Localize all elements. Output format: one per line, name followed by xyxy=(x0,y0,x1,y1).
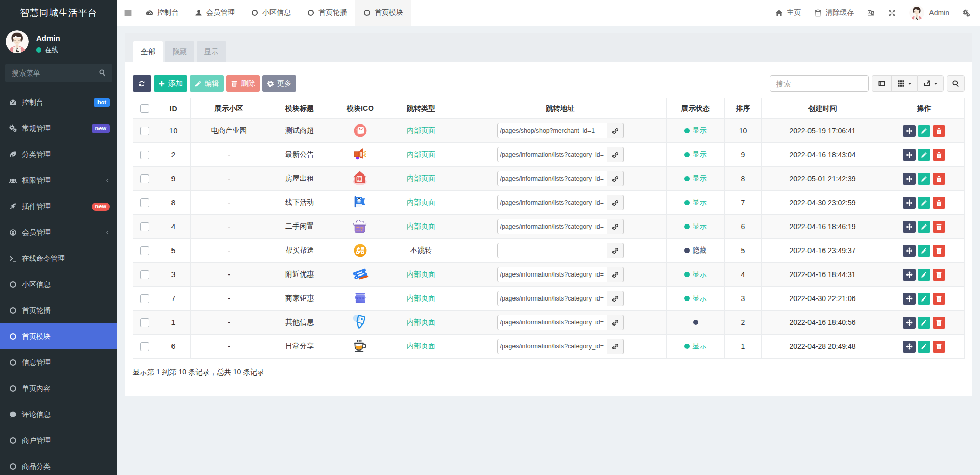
row-delete-button[interactable] xyxy=(933,341,945,353)
home-link[interactable]: 主页 xyxy=(769,0,807,26)
columns-button[interactable] xyxy=(891,75,917,92)
row-checkbox[interactable] xyxy=(140,342,149,351)
sidebar-item[interactable]: 信息管理 xyxy=(0,349,117,376)
detail-view-button[interactable] xyxy=(872,75,891,92)
url-input[interactable]: /pages/information/lists?category_id= xyxy=(497,291,607,306)
export-button[interactable] xyxy=(917,75,944,92)
row-checkbox[interactable] xyxy=(140,246,149,255)
clear-cache-button[interactable]: 清除缓存 xyxy=(807,0,861,26)
row-delete-button[interactable] xyxy=(933,293,945,305)
avatar[interactable] xyxy=(6,30,29,53)
url-input[interactable]: /pages/information/lists?category_id= xyxy=(497,267,607,282)
sidebar-item[interactable]: 在线命令管理 xyxy=(0,245,117,271)
filter-tab[interactable]: 全部 xyxy=(133,41,163,62)
link-button[interactable] xyxy=(607,195,624,210)
sidebar-item[interactable]: 常规管理 new xyxy=(0,115,117,141)
topbar-tab[interactable]: 首页模块 xyxy=(355,0,411,26)
sidebar-item[interactable]: 会员管理 xyxy=(0,219,117,245)
topbar-tab[interactable]: 首页轮播 xyxy=(299,0,355,26)
link-button[interactable] xyxy=(607,267,624,282)
row-checkbox[interactable] xyxy=(140,318,149,327)
language-button[interactable] xyxy=(861,0,881,26)
row-edit-button[interactable] xyxy=(918,245,930,257)
sidebar-item[interactable]: 小区信息 xyxy=(0,271,117,297)
sidebar-toggle-button[interactable] xyxy=(117,0,138,26)
admin-menu[interactable]: Admin xyxy=(902,0,956,26)
drag-sort-button[interactable] xyxy=(903,149,916,161)
link-button[interactable] xyxy=(607,219,624,234)
row-edit-button[interactable] xyxy=(918,341,930,353)
sidebar-item[interactable]: 首页轮播 xyxy=(0,297,117,323)
topbar-tab[interactable]: 小区信息 xyxy=(243,0,299,26)
sidebar-item[interactable]: 插件管理 new xyxy=(0,193,117,219)
url-input[interactable]: /pages/information/lists?category_id= xyxy=(497,147,607,162)
sidebar-item[interactable]: 商品分类 xyxy=(0,454,117,475)
row-delete-button[interactable] xyxy=(933,173,945,185)
add-button[interactable]: 添加 xyxy=(154,75,187,92)
sidebar-item[interactable]: 评论信息 xyxy=(0,402,117,428)
url-input[interactable]: /pages/information/lists?category_id= xyxy=(497,219,607,234)
filter-tab[interactable]: 隐藏 xyxy=(165,41,194,62)
drag-sort-button[interactable] xyxy=(903,341,916,353)
row-edit-button[interactable] xyxy=(918,221,930,233)
fullscreen-button[interactable] xyxy=(881,0,902,26)
row-checkbox[interactable] xyxy=(140,174,149,183)
delete-button[interactable]: 删除 xyxy=(226,75,260,92)
drag-sort-button[interactable] xyxy=(903,269,916,281)
drag-sort-button[interactable] xyxy=(903,245,916,257)
row-edit-button[interactable] xyxy=(918,197,930,209)
url-input[interactable]: /pages/shop/shop?merchant_id=1 xyxy=(497,123,607,138)
row-delete-button[interactable] xyxy=(933,221,945,233)
sidebar-item[interactable]: 权限管理 xyxy=(0,167,117,193)
link-button[interactable] xyxy=(607,315,624,330)
row-checkbox[interactable] xyxy=(140,270,149,279)
url-input[interactable] xyxy=(497,243,607,258)
row-delete-button[interactable] xyxy=(933,245,945,257)
link-button[interactable] xyxy=(607,123,624,138)
row-edit-button[interactable] xyxy=(918,149,930,161)
url-input[interactable]: /pages/information/lists?category_id= xyxy=(497,315,607,330)
drag-sort-button[interactable] xyxy=(903,173,916,185)
topbar-tab[interactable]: 控制台 xyxy=(138,0,187,26)
url-input[interactable]: /pages/information/lists?category_id= xyxy=(497,171,607,186)
row-checkbox[interactable] xyxy=(140,127,149,135)
url-input[interactable]: /pages/information/lists?category_id= xyxy=(497,339,607,354)
link-button[interactable] xyxy=(607,171,624,186)
table-search-input[interactable] xyxy=(770,75,869,92)
menu-search-input[interactable] xyxy=(5,64,112,82)
link-button[interactable] xyxy=(607,147,624,162)
url-input[interactable]: /pages/information/lists?category_id= xyxy=(497,195,607,210)
drag-sort-button[interactable] xyxy=(903,125,916,137)
drag-sort-button[interactable] xyxy=(903,221,916,233)
row-checkbox[interactable] xyxy=(140,294,149,303)
drag-sort-button[interactable] xyxy=(903,317,916,329)
row-delete-button[interactable] xyxy=(933,125,945,137)
row-delete-button[interactable] xyxy=(933,197,945,209)
drag-sort-button[interactable] xyxy=(903,197,916,209)
row-edit-button[interactable] xyxy=(918,173,930,185)
row-delete-button[interactable] xyxy=(933,269,945,281)
row-checkbox[interactable] xyxy=(140,198,149,207)
edit-button[interactable]: 编辑 xyxy=(190,75,224,92)
row-checkbox[interactable] xyxy=(140,151,149,159)
row-edit-button[interactable] xyxy=(918,317,930,329)
refresh-button[interactable] xyxy=(133,75,151,92)
topbar-tab[interactable]: 会员管理 xyxy=(187,0,243,26)
drag-sort-button[interactable] xyxy=(903,293,916,305)
row-edit-button[interactable] xyxy=(918,125,930,137)
row-checkbox[interactable] xyxy=(140,222,149,231)
sidebar-item[interactable]: 单页内容 xyxy=(0,376,117,402)
row-edit-button[interactable] xyxy=(918,269,930,281)
sidebar-item[interactable]: 分类管理 xyxy=(0,141,117,167)
select-all-checkbox[interactable] xyxy=(140,104,149,113)
sidebar-item[interactable]: 首页模块 xyxy=(0,323,117,349)
row-delete-button[interactable] xyxy=(933,317,945,329)
search-button[interactable] xyxy=(947,75,965,92)
more-button[interactable]: 更多 xyxy=(262,75,296,92)
row-edit-button[interactable] xyxy=(918,293,930,305)
sidebar-item[interactable]: 商户管理 xyxy=(0,428,117,454)
filter-tab[interactable]: 显示 xyxy=(197,41,226,62)
link-button[interactable] xyxy=(607,339,624,354)
sidebar-item[interactable]: 控制台 hot xyxy=(0,89,117,115)
settings-button[interactable] xyxy=(956,0,977,26)
